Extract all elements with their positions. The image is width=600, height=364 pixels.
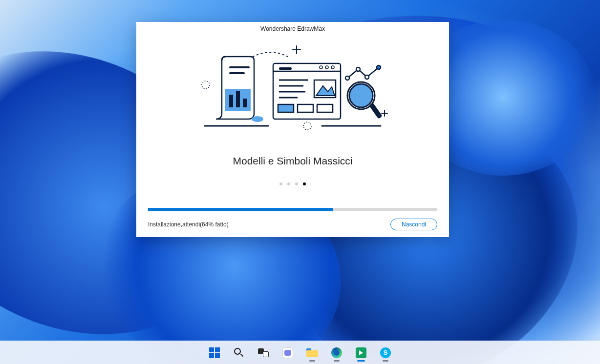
illustration-svg xyxy=(195,42,390,135)
carousel-dot[interactable] xyxy=(295,182,298,185)
skype-icon: S xyxy=(380,347,391,358)
progress-fill xyxy=(148,208,333,211)
file-explorer-button[interactable] xyxy=(302,343,322,363)
task-view-button[interactable] xyxy=(254,343,273,363)
edge-icon xyxy=(331,347,342,358)
svg-rect-25 xyxy=(278,104,294,112)
svg-point-12 xyxy=(252,116,263,122)
window-title: Wondershare EdrawMax xyxy=(136,22,449,36)
carousel-dots xyxy=(136,182,449,185)
running-indicator xyxy=(383,360,388,362)
svg-rect-26 xyxy=(298,104,313,112)
svg-rect-34 xyxy=(369,102,383,119)
search-button[interactable] xyxy=(229,343,249,363)
svg-point-30 xyxy=(365,75,369,79)
edge-button[interactable] xyxy=(327,343,346,363)
svg-rect-18 xyxy=(279,67,292,70)
svg-point-29 xyxy=(356,67,360,71)
svg-point-5 xyxy=(303,122,311,130)
search-icon xyxy=(234,348,244,358)
folder-icon xyxy=(306,348,318,357)
svg-point-31 xyxy=(377,65,381,69)
start-button[interactable] xyxy=(205,343,224,363)
installer-app-icon xyxy=(356,347,366,358)
svg-point-32 xyxy=(349,84,373,107)
running-indicator xyxy=(309,360,315,362)
progress-bar xyxy=(148,208,437,211)
chat-icon xyxy=(282,347,293,358)
svg-rect-27 xyxy=(317,104,333,112)
running-indicator-active xyxy=(357,360,365,362)
svg-rect-11 xyxy=(243,99,247,107)
slide-illustration xyxy=(136,36,449,141)
skype-button[interactable]: S xyxy=(376,343,395,363)
teams-chat-button[interactable] xyxy=(278,343,298,363)
svg-point-4 xyxy=(202,81,210,89)
svg-rect-10 xyxy=(236,91,240,107)
installer-taskbar-button[interactable] xyxy=(351,343,371,363)
install-status-text: Installazione,attendi(64% fatto) xyxy=(148,221,229,228)
desktop: Wondershare EdrawMax xyxy=(0,0,600,364)
taskbar: S xyxy=(0,341,600,364)
slide-heading: Modelli e Simboli Massicci xyxy=(136,155,449,167)
windows-logo-icon xyxy=(209,347,220,358)
carousel-dot[interactable] xyxy=(279,182,282,185)
hide-button[interactable]: Nascondi xyxy=(390,219,437,230)
running-indicator xyxy=(334,360,340,362)
task-view-icon xyxy=(258,348,269,357)
carousel-dot[interactable] xyxy=(287,182,290,185)
svg-rect-9 xyxy=(229,95,233,107)
carousel-dot-active[interactable] xyxy=(303,182,306,185)
installer-window: Wondershare EdrawMax xyxy=(136,22,449,237)
svg-point-28 xyxy=(345,76,349,80)
